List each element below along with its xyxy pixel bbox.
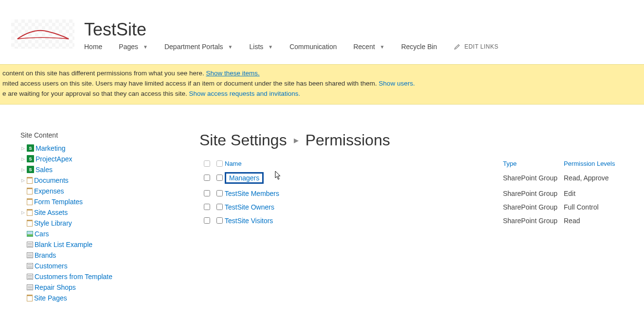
row-edit-checkbox[interactable]	[216, 217, 223, 224]
table-row: ManagersSharePoint GroupRead, Approve	[199, 169, 629, 187]
nav-label: Recent	[353, 43, 375, 51]
tree-item[interactable]: ▷Sales	[20, 164, 199, 175]
nav-label: Home	[84, 43, 102, 51]
group-type: SharePoint Group	[503, 217, 564, 225]
tree-item-link[interactable]: Blank List Example	[35, 241, 92, 248]
row-select-checkbox[interactable]	[204, 175, 210, 181]
tree-item-link[interactable]: ProjectApex	[36, 155, 72, 163]
breadcrumb-level1[interactable]: Site Settings	[199, 131, 287, 149]
group-name-link[interactable]: TestSite Visitors	[225, 217, 273, 225]
permissions-table: Name Type Permission Levels ManagersShar…	[199, 158, 629, 228]
expand-icon[interactable]: ▷	[20, 157, 25, 161]
tree-item-link[interactable]: Expenses	[34, 187, 64, 195]
table-row: TestSite MembersSharePoint GroupEdit	[199, 187, 629, 200]
nav-item-communication[interactable]: Communication	[289, 43, 344, 51]
chevron-down-icon: ▼	[228, 44, 233, 50]
show-items-link[interactable]: Show these items.	[206, 70, 259, 77]
doc-icon	[27, 220, 33, 227]
tree-item[interactable]: Form Templates	[20, 196, 199, 207]
tree-item[interactable]: ▷Documents	[20, 175, 199, 186]
show-requests-link[interactable]: Show access requests and invitations.	[189, 90, 300, 97]
tree-item-link[interactable]: Customers from Template	[35, 273, 112, 281]
chevron-down-icon: ▼	[268, 44, 273, 50]
tree-item-link[interactable]: Site Pages	[34, 294, 67, 302]
tree-item[interactable]: Brands	[20, 250, 199, 261]
tree-item-link[interactable]: Brands	[35, 251, 56, 259]
expand-icon[interactable]: ▷	[20, 210, 25, 215]
nav-item-recent[interactable]: Recent▼	[353, 43, 392, 51]
permission-level: Edit	[564, 190, 629, 197]
tree-item-link[interactable]: Style Library	[34, 219, 72, 227]
group-name-link[interactable]: TestSite Owners	[225, 203, 274, 211]
group-name-link[interactable]: Managers	[229, 174, 259, 182]
list-icon	[27, 263, 33, 269]
sp-icon	[27, 144, 34, 152]
group-name-link[interactable]: TestSite Members	[225, 190, 279, 197]
tree-item-link[interactable]: Customers	[35, 262, 68, 270]
show-users-link[interactable]: Show users.	[379, 80, 415, 87]
table-row: TestSite VisitorsSharePoint GroupRead	[199, 214, 629, 228]
row-select-checkbox[interactable]	[204, 204, 210, 210]
tree-item[interactable]: Style Library	[20, 218, 199, 229]
tree-item[interactable]: Site Pages	[20, 293, 199, 303]
expand-icon[interactable]: ▷	[20, 167, 25, 172]
tree-item-link[interactable]: Documents	[34, 176, 69, 184]
nav-label: Lists	[249, 43, 263, 51]
select-all-checkbox[interactable]	[204, 160, 210, 167]
tree-item-link[interactable]: Sales	[36, 166, 53, 174]
site-logo[interactable]	[11, 19, 74, 49]
tree-item[interactable]: ▷Site Assets	[20, 207, 199, 218]
doc-icon	[27, 209, 33, 216]
row-edit-checkbox[interactable]	[216, 204, 223, 210]
row-edit-checkbox[interactable]	[216, 175, 223, 181]
highlight-annotation: Managers	[225, 172, 264, 184]
tree-item[interactable]: ▷Marketing	[20, 143, 199, 154]
expand-icon[interactable]: ▷	[20, 178, 25, 183]
nav-item-home[interactable]: Home	[84, 43, 110, 51]
group-type: SharePoint Group	[503, 190, 564, 197]
tree-item[interactable]: Customers from Template	[20, 271, 199, 282]
header-checkbox[interactable]	[216, 160, 223, 167]
chevron-down-icon: ▼	[380, 44, 385, 50]
column-header-type[interactable]: Type	[503, 160, 564, 167]
nav-label: Recycle Bin	[401, 43, 437, 51]
expand-icon[interactable]: ▷	[20, 146, 25, 151]
nav-item-lists[interactable]: Lists▼	[249, 43, 281, 51]
tree-item-link[interactable]: Cars	[35, 230, 49, 238]
table-row: TestSite OwnersSharePoint GroupFull Cont…	[199, 200, 629, 214]
table-header-row: Name Type Permission Levels	[199, 158, 629, 169]
breadcrumb-separator-icon: ▸	[294, 134, 299, 146]
sidebar-title: Site Content	[20, 131, 199, 139]
tree-item[interactable]: Cars	[20, 229, 199, 239]
permission-level: Read	[564, 217, 629, 225]
tree-item[interactable]: ▷ProjectApex	[20, 154, 199, 164]
tree-item[interactable]: Blank List Example	[20, 239, 199, 250]
tree-item-link[interactable]: Marketing	[36, 144, 65, 152]
nav-label: Communication	[289, 43, 337, 51]
nav-item-pages[interactable]: Pages▼	[119, 43, 156, 51]
tree-item-link[interactable]: Repair Shops	[35, 283, 76, 291]
top-nav: HomePages▼Department Portals▼Lists▼Commu…	[84, 43, 644, 51]
tree-item[interactable]: Customers	[20, 261, 199, 271]
row-select-checkbox[interactable]	[204, 190, 210, 196]
row-select-checkbox[interactable]	[204, 217, 210, 224]
notification-bar: content on this site has different permi…	[0, 64, 644, 105]
row-edit-checkbox[interactable]	[216, 190, 223, 196]
chevron-down-icon: ▼	[143, 44, 148, 50]
nav-item-department-portals[interactable]: Department Portals▼	[164, 43, 241, 51]
tree-item[interactable]: Repair Shops	[20, 282, 199, 293]
tree-item[interactable]: Expenses	[20, 186, 199, 196]
permission-level: Full Control	[564, 203, 629, 211]
column-header-permissions[interactable]: Permission Levels	[564, 160, 629, 167]
notice-text: content on this site has different permi…	[2, 70, 206, 77]
breadcrumb-level2: Permissions	[305, 131, 390, 149]
pencil-icon	[454, 43, 461, 50]
site-title[interactable]: TestSite	[84, 19, 644, 40]
tree-item-link[interactable]: Site Assets	[34, 209, 68, 216]
list-icon	[27, 274, 33, 280]
edit-links-button[interactable]: EDIT LINKS	[454, 43, 499, 50]
column-header-name[interactable]: Name	[225, 160, 503, 167]
sp-icon	[27, 166, 34, 173]
nav-item-recycle-bin[interactable]: Recycle Bin	[401, 43, 445, 51]
tree-item-link[interactable]: Form Templates	[34, 198, 83, 206]
